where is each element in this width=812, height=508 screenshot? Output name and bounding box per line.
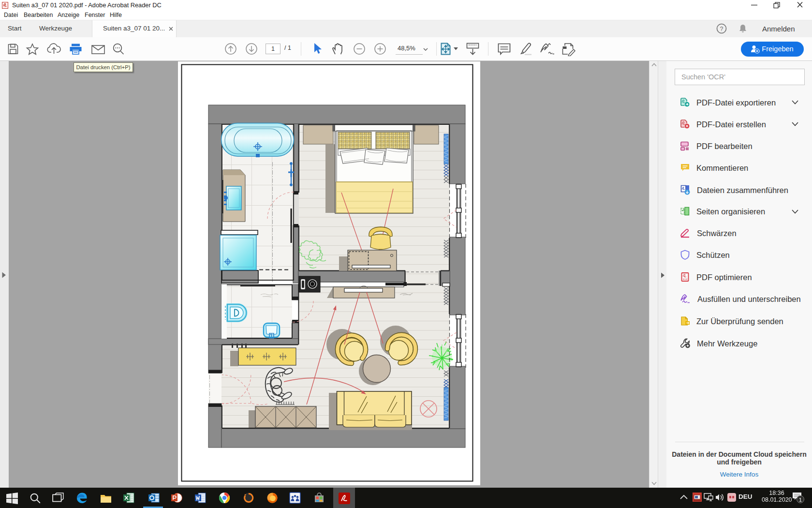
- svg-text:1: 1: [799, 497, 802, 503]
- svg-text:?: ?: [720, 26, 723, 32]
